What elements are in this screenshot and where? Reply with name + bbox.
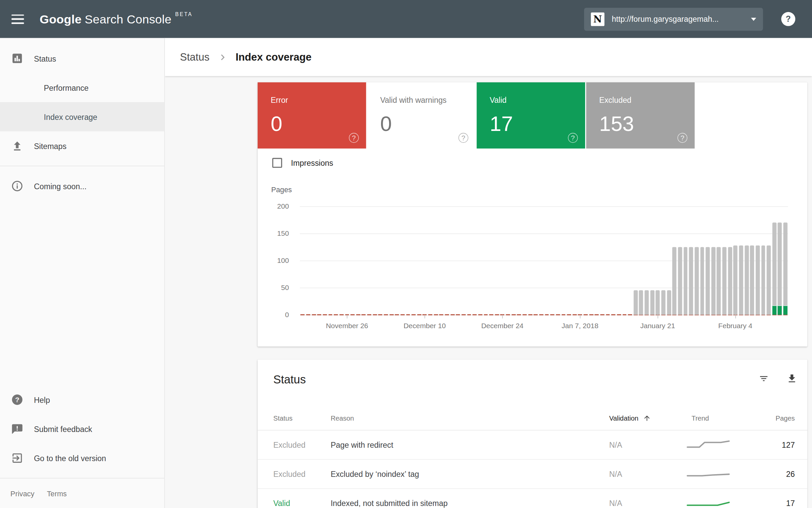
sidebar-item-submit-feedback[interactable]: Submit feedback	[0, 414, 164, 443]
chart-slot	[633, 206, 639, 315]
chart-bar[interactable]	[695, 247, 699, 315]
sidebar-item-index-coverage[interactable]: Index coverage	[0, 102, 164, 131]
sidebar-item-help[interactable]: ? Help	[0, 385, 164, 414]
chart-slot	[439, 206, 444, 315]
chart-slot	[355, 206, 361, 315]
chart-bar[interactable]	[656, 290, 660, 315]
valid-card[interactable]: Valid 17 ?	[476, 82, 585, 149]
impressions-checkbox[interactable]	[272, 158, 282, 168]
sidebar-item-label: Index coverage	[44, 112, 98, 121]
chart-slot	[588, 206, 594, 315]
valid-bar-segment	[772, 305, 776, 315]
table-row[interactable]: ExcludedPage with redirectN/A127	[258, 430, 807, 459]
card-help-icon[interactable]: ?	[349, 133, 359, 143]
chart-bar[interactable]	[639, 290, 643, 315]
chart-bar[interactable]	[728, 247, 732, 315]
chart-bar[interactable]	[722, 247, 726, 315]
chart-bar[interactable]	[739, 246, 743, 315]
info-icon	[11, 180, 24, 192]
chart-bar[interactable]	[750, 246, 754, 315]
chart-bar[interactable]	[650, 290, 654, 315]
beta-badge: BETA	[175, 11, 193, 17]
chart-slot	[539, 206, 544, 315]
card-help-icon[interactable]: ?	[568, 133, 578, 143]
zero-error-dash	[600, 314, 604, 315]
chart-slot	[577, 206, 583, 315]
card-help-icon[interactable]: ?	[458, 133, 468, 143]
sidebar-item-label: Help	[34, 395, 50, 404]
sidebar-item-performance[interactable]: Performance	[0, 73, 164, 102]
chart-bar[interactable]	[745, 246, 749, 315]
column-header-status[interactable]: Status	[258, 414, 331, 422]
chart-bar[interactable]	[689, 247, 693, 315]
breadcrumb-parent[interactable]: Status	[180, 51, 209, 63]
chart-bar[interactable]	[672, 247, 676, 315]
chart-bar[interactable]	[711, 247, 715, 315]
x-tick-mark	[658, 315, 658, 319]
terms-link[interactable]: Terms	[47, 489, 67, 497]
chart-slot	[616, 206, 622, 315]
help-icon[interactable]: ?	[781, 12, 795, 26]
chart-slot	[699, 206, 705, 315]
chart-bar[interactable]	[761, 246, 765, 315]
privacy-link[interactable]: Privacy	[10, 489, 34, 497]
zero-error-dash	[301, 314, 305, 315]
download-icon[interactable]	[786, 373, 798, 386]
y-tick-label: 200	[277, 203, 289, 210]
chart-bar[interactable]	[661, 290, 665, 315]
status-table-panel: Status Status Reason Validation	[258, 359, 807, 508]
chart-slot	[311, 206, 317, 315]
sidebar-item-label: Coming soon...	[34, 181, 86, 190]
property-selector[interactable]: N http://forum.garysgaragemah...	[584, 8, 763, 31]
trend-cell	[682, 497, 756, 508]
trend-cell	[682, 467, 756, 480]
app-logo: GoogleSearch ConsoleBETA	[40, 11, 192, 27]
zero-error-dash	[373, 314, 377, 315]
excluded-card[interactable]: Excluded 153 ?	[586, 82, 695, 149]
card-help-icon[interactable]: ?	[678, 133, 688, 143]
chart-slot	[622, 206, 627, 315]
sidebar-item-sitemaps[interactable]: Sitemaps	[0, 131, 164, 160]
reason-cell: Page with redirect	[331, 440, 609, 449]
zero-error-dash	[489, 314, 493, 315]
column-header-trend[interactable]: Trend	[682, 414, 756, 422]
sidebar-item-old-version[interactable]: Go to the old version	[0, 443, 164, 472]
chart-bar[interactable]	[778, 223, 782, 315]
chart-bar[interactable]	[678, 247, 682, 315]
chart-bar[interactable]	[734, 246, 738, 315]
chart-slot	[472, 206, 477, 315]
card-label: Error	[271, 95, 366, 104]
chart-slot	[339, 206, 345, 315]
zero-error-dash	[583, 314, 587, 315]
chart-bar[interactable]	[767, 246, 771, 315]
valid-bar-segment	[778, 305, 782, 315]
chart-bar[interactable]	[756, 246, 760, 315]
column-header-reason[interactable]: Reason	[331, 414, 609, 422]
zero-error-dash	[511, 314, 515, 315]
chart-bar[interactable]	[772, 223, 776, 315]
chart-slot	[766, 206, 772, 315]
chart-bar[interactable]	[684, 247, 688, 315]
filter-icon[interactable]	[759, 374, 769, 386]
column-header-validation[interactable]: Validation	[609, 414, 682, 422]
sidebar-item-status[interactable]: Status	[0, 44, 164, 73]
chart-slot	[560, 206, 566, 315]
chart-bar[interactable]	[706, 247, 710, 315]
column-header-pages[interactable]: Pages	[755, 414, 807, 422]
chart-bar[interactable]	[700, 247, 704, 315]
chart-bar[interactable]	[645, 290, 649, 315]
pages-cell: 127	[755, 440, 807, 449]
chart-bar[interactable]	[783, 223, 787, 315]
chart-bar[interactable]	[717, 247, 721, 315]
zero-error-dash	[523, 314, 527, 315]
valid-with-warnings-card[interactable]: Valid with warnings 0 ?	[367, 82, 476, 149]
hamburger-menu-icon[interactable]	[11, 14, 24, 24]
table-row[interactable]: ExcludedExcluded by ‘noindex’ tagN/A26	[258, 460, 807, 489]
error-card[interactable]: Error 0 ?	[258, 82, 366, 149]
chart-bar[interactable]	[667, 290, 671, 315]
bars-area	[300, 206, 788, 315]
sidebar-item-coming-soon[interactable]: Coming soon...	[0, 171, 164, 201]
table-row[interactable]: ValidIndexed, not submitted in sitemapN/…	[258, 489, 807, 508]
chart-bar[interactable]	[634, 290, 638, 315]
chart-slot	[611, 206, 616, 315]
